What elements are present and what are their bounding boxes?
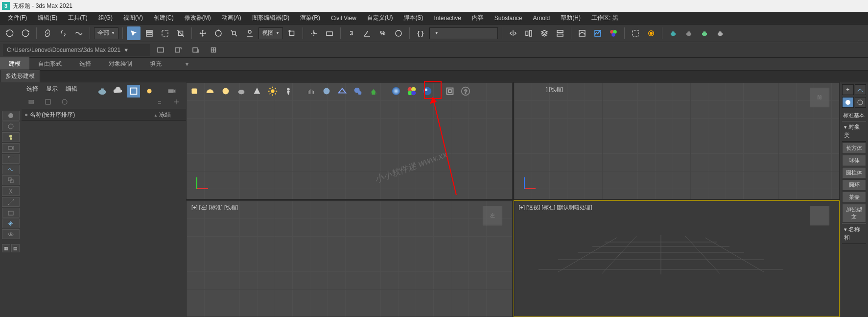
vray-sun-icon[interactable] [143,85,156,98]
placement-button[interactable] [243,26,257,40]
move-button[interactable] [196,26,210,40]
menu-animation[interactable]: 动画(A) [217,12,246,24]
align-button[interactable] [522,26,536,40]
viewcube-left[interactable]: 左 [483,206,502,225]
se-tab-select[interactable]: 选择 [26,85,38,93]
cp-textplus-button[interactable]: 加强型文 [842,204,866,222]
cp-torus-button[interactable]: 圆环 [842,179,866,191]
filter-shapes-icon[interactable] [2,122,20,131]
filter-bone-icon[interactable] [2,197,20,207]
menu-graph-editors[interactable]: 图形编辑器(D) [247,12,295,24]
filter-container-icon[interactable] [2,208,20,218]
se-tab-display[interactable]: 显示 [46,85,58,93]
menu-help[interactable]: 帮助(H) [556,12,586,24]
vray-sphere-icon[interactable] [390,85,402,98]
percent-snap-button[interactable]: % [376,26,390,40]
layer-button[interactable] [538,26,551,40]
vray-ies-icon[interactable] [282,85,295,98]
menu-scripting[interactable]: 脚本(S) [399,12,428,24]
cp-teapot-button[interactable]: 茶壶 [842,192,866,203]
vray-cloud-icon[interactable] [112,85,124,98]
menu-rendering[interactable]: 渲染(R) [295,12,325,24]
vray-plane-light-icon[interactable] [188,85,201,98]
named-selection-button[interactable]: { } [414,26,427,40]
curve-editor-button[interactable] [575,26,589,40]
filter-hidden-icon[interactable] [2,229,20,239]
menu-content[interactable]: 内容 [467,12,489,24]
viewport-perspective[interactable]: [+] [透视] [标准] [默认明暗处理] [514,200,840,317]
bind-spacewarp-button[interactable] [72,26,86,40]
vray-tool-icon[interactable] [444,85,456,98]
path-icon2[interactable] [171,43,185,57]
keyboard-shortcut-button[interactable] [323,26,336,40]
coord-sys-dropdown[interactable]: 视图▼ [258,27,283,39]
filter-lights-icon[interactable] [2,132,20,142]
ribbon-pin-button[interactable]: ▾ [180,57,194,71]
project-path[interactable]: C:\Users\Lenovo\Documents\3ds Max 2021 ▼ [3,44,150,56]
vray-frame-icon[interactable] [127,85,140,98]
tab-object-paint[interactable]: 对象绘制 [100,57,141,71]
select-object-button[interactable] [127,26,141,40]
filter-helpers-icon[interactable] [2,154,20,164]
render-teapot4-button[interactable] [713,26,727,40]
spinner-snap-button[interactable] [392,26,405,40]
tab-freeform[interactable]: 自由形式 [29,57,70,71]
vray-grass-icon[interactable] [367,85,380,98]
filter-geometry-icon[interactable] [2,111,20,121]
redo-button[interactable] [19,26,32,40]
cp-sphere-button[interactable]: 球体 [842,155,866,166]
menu-edit[interactable]: 编辑(E) [33,12,62,24]
menu-file[interactable]: 文件(F) [3,12,32,24]
tab-modeling[interactable]: 建模 [0,57,29,71]
filter-xref-icon[interactable] [2,186,20,196]
vray-help-icon[interactable]: ? [459,85,472,98]
render-setup-button[interactable] [629,26,642,40]
filter-frozen-icon[interactable] [2,219,20,228]
cp-shapes-button[interactable] [855,97,867,108]
menu-group[interactable]: 组(G) [94,12,117,24]
vray-teapot-icon[interactable] [96,85,109,98]
vray-metaball-icon[interactable] [352,85,364,98]
se-tool2-icon[interactable] [41,95,55,109]
filter-groups-icon[interactable] [2,175,20,185]
menu-substance[interactable]: Substance [490,13,527,24]
link-button[interactable] [41,26,54,40]
path-icon4[interactable] [207,43,220,57]
ribbon-button[interactable] [553,26,567,40]
vray-camera-icon[interactable] [165,85,178,98]
filter-spacewarps-icon[interactable] [2,165,20,174]
cp-create-button[interactable]: + [842,84,854,95]
poly-modeling-button[interactable]: 多边形建模 [0,70,40,83]
unlink-button[interactable] [56,26,70,40]
vray-proxy-icon[interactable] [320,85,333,98]
tab-selection[interactable]: 选择 [70,57,100,71]
vray-lister-icon[interactable] [421,85,434,98]
window-crossing-button[interactable] [174,26,188,40]
cp-object-type-header[interactable]: ▾ 对象类 [842,121,866,142]
undo-button[interactable] [3,26,17,40]
schematic-view-button[interactable] [591,26,605,40]
se-tool3-icon[interactable] [58,95,71,109]
vray-sphere-light-icon[interactable] [219,85,232,98]
menu-workspace[interactable]: 工作区: 黑 [586,12,623,24]
menu-modifiers[interactable]: 修改器(M) [180,12,216,24]
selection-filter-dropdown[interactable]: 全部▼ [94,27,118,39]
menu-customize[interactable]: 自定义(U) [362,12,398,24]
vray-sun2-icon[interactable] [266,85,279,98]
filter-cameras-icon[interactable] [2,143,20,153]
named-selection-dropdown[interactable]: ▼ [429,27,498,39]
viewport-left[interactable]: [+] [左] [标准] [线框] 左 [186,200,513,317]
tab-populate[interactable]: 填充 [141,57,170,71]
se-small1-icon[interactable]: ▦ [2,244,10,252]
menu-civil-view[interactable]: Civil View [326,13,361,24]
render-teapot3-button[interactable] [698,26,711,40]
select-region-button[interactable] [158,26,172,40]
se-tool1-icon[interactable] [24,95,38,109]
cp-modify-button[interactable] [855,84,867,95]
snap-toggle-button[interactable]: 3 [345,26,358,40]
vray-material-icon[interactable] [405,85,418,98]
render-frame-button[interactable] [644,26,658,40]
material-editor-button[interactable] [607,26,620,40]
menu-interactive[interactable]: Interactive [429,13,466,24]
path-icon1[interactable] [154,43,167,57]
